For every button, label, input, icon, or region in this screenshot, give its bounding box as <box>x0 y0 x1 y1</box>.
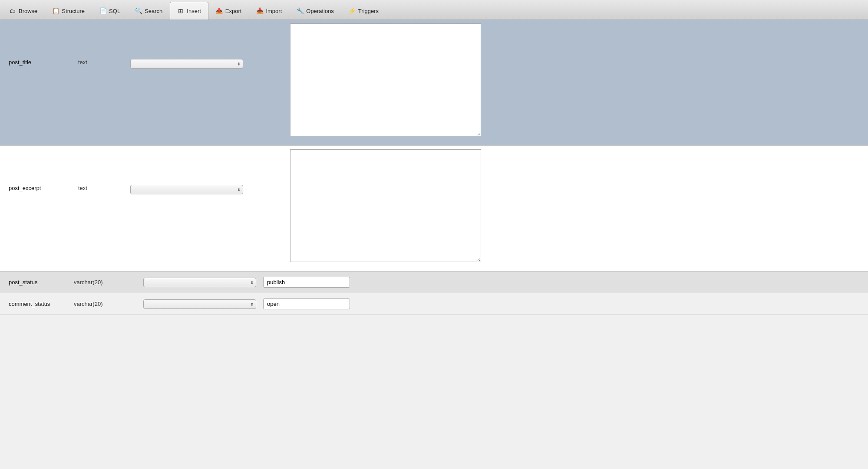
post-excerpt-select-wrapper: ⬍ <box>130 185 243 194</box>
tab-operations[interactable]: 🔧 Operations <box>289 2 341 20</box>
post-excerpt-row: post_excerpt text ⬍ <box>0 146 868 272</box>
post-status-name: post_status <box>9 279 74 285</box>
post-title-name: post_title <box>9 59 61 66</box>
post-title-type: text <box>78 59 113 66</box>
comment-status-type: varchar(20) <box>74 301 143 307</box>
structure-icon: 📋 <box>52 7 59 14</box>
tab-structure-label: Structure <box>62 8 85 14</box>
post-title-right <box>287 20 868 140</box>
main-content: post_title text ⬍ post_excerpt text <box>0 20 868 315</box>
tab-operations-label: Operations <box>306 8 334 14</box>
post-title-control: ⬍ <box>130 59 243 69</box>
tab-insert[interactable]: ⊞ Insert <box>170 2 208 20</box>
tab-triggers[interactable]: ⚡ Triggers <box>341 2 386 20</box>
comment-status-select-wrapper: ⬍ <box>143 299 256 309</box>
post-title-left: post_title text ⬍ <box>0 20 287 77</box>
post-status-row: post_status varchar(20) ⬍ <box>0 272 868 293</box>
post-title-textarea[interactable] <box>290 23 481 136</box>
comment-status-row: comment_status varchar(20) ⬍ <box>0 293 868 315</box>
comment-status-value[interactable] <box>263 298 350 309</box>
sql-icon: 📄 <box>99 7 106 14</box>
tab-bar: 🗂 Browse 📋 Structure 📄 SQL 🔍 Search ⊞ In… <box>0 0 868 20</box>
tab-export[interactable]: 📤 Export <box>208 2 249 20</box>
insert-icon: ⊞ <box>177 7 184 14</box>
comment-status-name: comment_status <box>9 301 74 307</box>
comment-status-select[interactable] <box>143 299 256 309</box>
tab-browse-label: Browse <box>19 8 37 14</box>
tab-export-label: Export <box>225 8 242 14</box>
export-icon: 📤 <box>216 7 223 14</box>
post-status-value[interactable] <box>263 277 350 288</box>
post-excerpt-select[interactable] <box>130 185 243 194</box>
post-title-row: post_title text ⬍ <box>0 20 868 146</box>
post-excerpt-textarea[interactable] <box>290 149 481 262</box>
tab-structure[interactable]: 📋 Structure <box>45 2 92 20</box>
post-excerpt-control: ⬍ <box>130 185 243 194</box>
post-status-type: varchar(20) <box>74 279 143 285</box>
post-excerpt-right <box>287 146 868 266</box>
post-status-select[interactable] <box>143 278 256 287</box>
tab-sql[interactable]: 📄 SQL <box>92 2 128 20</box>
post-title-select[interactable] <box>130 59 243 69</box>
tab-insert-label: Insert <box>187 8 201 14</box>
triggers-icon: ⚡ <box>349 7 356 14</box>
post-excerpt-left: post_excerpt text ⬍ <box>0 146 287 203</box>
browse-icon: 🗂 <box>9 7 16 14</box>
operations-icon: 🔧 <box>297 7 304 14</box>
tab-import[interactable]: 📥 Import <box>249 2 289 20</box>
tab-import-label: Import <box>266 8 282 14</box>
tab-sql-label: SQL <box>109 8 120 14</box>
post-excerpt-name: post_excerpt <box>9 185 61 191</box>
tab-triggers-label: Triggers <box>358 8 379 14</box>
import-icon: 📥 <box>256 7 263 14</box>
tab-search-label: Search <box>145 8 162 14</box>
search-icon: 🔍 <box>135 7 142 14</box>
post-title-select-wrapper: ⬍ <box>130 59 243 69</box>
post-status-select-wrapper: ⬍ <box>143 278 256 287</box>
tab-browse[interactable]: 🗂 Browse <box>2 2 45 20</box>
post-excerpt-type: text <box>78 185 113 191</box>
tab-search[interactable]: 🔍 Search <box>128 2 170 20</box>
